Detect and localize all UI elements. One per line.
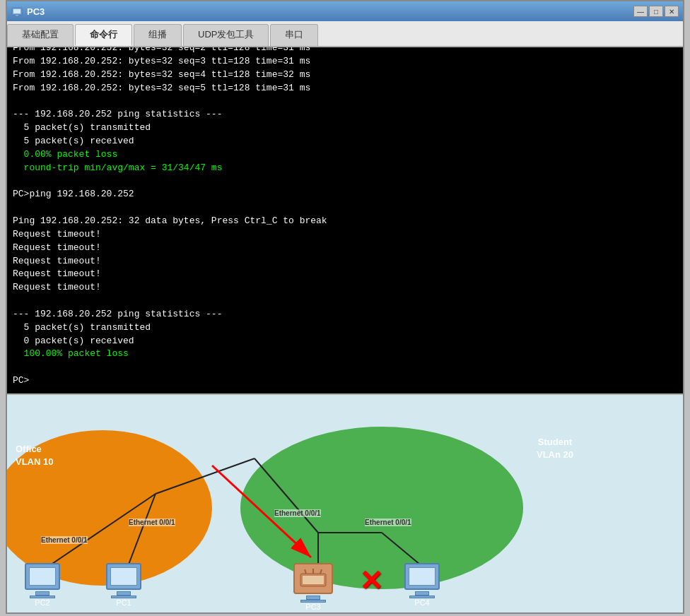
minimize-button[interactable]: — [633, 6, 648, 17]
tab-bar: 基础配置 命令行 组播 UDP发包工具 串口 [7, 21, 683, 47]
office-label: OfficeVLAN 10 [16, 443, 53, 468]
pc1-icon: PC1 [106, 563, 141, 607]
blocked-icon: ✕ [359, 564, 383, 597]
close-button[interactable]: ✕ [665, 6, 679, 17]
ethernet-label-pc1: Ethernet 0/0/1 [129, 519, 175, 526]
pc2-icon: PC2 [25, 563, 60, 607]
tab-command-line[interactable]: 命令行 [75, 24, 132, 46]
tab-multicast[interactable]: 组播 [134, 24, 182, 46]
main-window: PC3 — □ ✕ 基础配置 命令行 组播 UDP发包工具 串口 From 19… [6, 0, 684, 614]
svg-rect-3 [14, 16, 20, 17]
svg-line-15 [305, 569, 306, 574]
window-title: PC3 [27, 6, 45, 17]
tab-udp-tool[interactable]: UDP发包工具 [183, 24, 269, 46]
title-bar-left: PC3 [11, 6, 45, 17]
tab-serial[interactable]: 串口 [270, 24, 318, 46]
ethernet-label-pc4: Ethernet 0/0/1 [365, 519, 411, 526]
tab-basic-config[interactable]: 基础配置 [7, 24, 74, 46]
svg-rect-2 [16, 15, 18, 16]
network-diagram: OfficeVLAN 10 StudentVLAn 20 [7, 393, 683, 612]
pc4-icon: PC4 [404, 563, 440, 607]
ethernet-label-pc2: Ethernet 0/0/1 [41, 536, 88, 544]
ethernet-label-pc3: Ethernet 0/0/1 [274, 509, 321, 517]
maximize-button[interactable]: □ [649, 6, 663, 17]
title-buttons: — □ ✕ [633, 6, 679, 17]
svg-line-17 [320, 569, 322, 574]
svg-rect-14 [303, 576, 324, 584]
title-bar: PC3 — □ ✕ [7, 1, 683, 21]
app-icon [11, 6, 23, 17]
pc3-icon: PC3 [293, 563, 333, 611]
terminal-output[interactable]: From 192.168.20.252: bytes=32 seq=2 ttl=… [7, 47, 683, 393]
svg-rect-1 [13, 9, 21, 13]
student-label: StudentVLAn 20 [537, 436, 573, 461]
